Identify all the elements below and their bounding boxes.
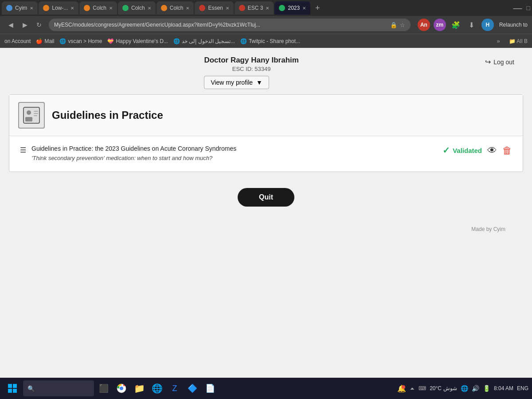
- nav-bar: ◀ ▶ ↻ MyESC/modules/congress/Agreement/G…: [0, 16, 532, 34]
- tab-icon-essen: [199, 5, 205, 11]
- bookmark-label-vscan: vscan > Home: [68, 38, 102, 44]
- tab-colch2[interactable]: Colch ✕: [118, 1, 156, 15]
- user-info: Doctor Ragy Hany Ibrahim ESC ID: 53349 V…: [204, 56, 299, 89]
- svg-point-1: [27, 110, 31, 115]
- tab-label-colch2: Colch: [131, 5, 145, 11]
- bookmark-arabic[interactable]: 🌐 تسجيل الدخول إلى خد...: [173, 38, 235, 44]
- quit-button[interactable]: Quit: [238, 188, 294, 207]
- card-title: Guidelines in Practice: [52, 109, 163, 121]
- taskbar-edge[interactable]: 🌐: [149, 380, 165, 396]
- tab-add-button[interactable]: +: [311, 2, 324, 14]
- delete-entry-button[interactable]: 🗑: [502, 145, 512, 156]
- bookmark-label-account: on Account: [4, 38, 31, 44]
- bookmark-mail[interactable]: 🍎 Mail: [36, 38, 54, 44]
- taskbar-app1[interactable]: 🔷: [184, 380, 200, 396]
- minimize-button[interactable]: —: [513, 3, 522, 13]
- taskbar-chrome[interactable]: [113, 380, 129, 396]
- star-icon[interactable]: ☆: [400, 22, 405, 28]
- tab-close-esc3[interactable]: ✕: [266, 6, 269, 11]
- taskbar-keyboard[interactable]: ⌨: [419, 385, 426, 391]
- mail-icon: 🍎: [36, 38, 43, 44]
- page-content: Doctor Ragy Hany Ibrahim ESC ID: 53349 V…: [0, 48, 532, 378]
- tab-icon-colch1: [84, 5, 90, 11]
- bookmark-label-arabic: تسجيل الدخول إلى خد...: [182, 38, 235, 44]
- bookmark-account[interactable]: on Account: [4, 38, 31, 44]
- clock-time: 8:04 AM: [494, 385, 513, 391]
- language-indicator: ENG: [517, 385, 528, 391]
- tab-close-low[interactable]: ✕: [70, 6, 74, 11]
- bookmark-label-valentine: Happy Valentine's D...: [116, 38, 168, 44]
- taskbar-acrobat[interactable]: 📄: [202, 380, 218, 396]
- tab-icon-low: [43, 5, 49, 11]
- tab-icon-2023: [279, 5, 285, 11]
- back-button[interactable]: ◀: [4, 19, 17, 31]
- taskbar-arrows[interactable]: ⏶: [410, 385, 415, 391]
- tab-close-essen[interactable]: ✕: [226, 6, 229, 11]
- bookmark-valentine[interactable]: 💝 Happy Valentine's D...: [107, 38, 168, 44]
- svg-rect-3: [34, 111, 38, 112]
- volume-icon[interactable]: 🔊: [472, 385, 479, 392]
- tab-label-low: Low-...: [52, 5, 68, 11]
- tab-colch3[interactable]: Colch ✕: [156, 1, 194, 15]
- tab-close-2023[interactable]: ✕: [302, 6, 306, 11]
- dropdown-chevron-icon: ▼: [256, 79, 262, 86]
- app1-icon: 🔷: [188, 383, 197, 393]
- tab-icon-colch2: [122, 5, 129, 11]
- taskbar-search[interactable]: 🔍: [23, 380, 94, 396]
- network-icon[interactable]: 🌐: [461, 385, 468, 392]
- reload-button[interactable]: ↻: [33, 19, 45, 31]
- taskbar-zoom[interactable]: Z: [167, 380, 183, 396]
- bookmark-twitpic[interactable]: 🌐 Twitpic - Share phot...: [240, 38, 300, 44]
- maximize-button[interactable]: □: [527, 4, 530, 12]
- tab-label-colch3: Colch: [170, 5, 184, 11]
- bookmarks-folder[interactable]: 📁 All B: [509, 38, 528, 44]
- extensions-button[interactable]: 🧩: [450, 19, 462, 31]
- svg-rect-7: [13, 384, 17, 388]
- tab-close-cyim[interactable]: ✕: [30, 6, 33, 11]
- taskbar-file-explorer[interactable]: 📁: [131, 380, 147, 396]
- bookmarks-more[interactable]: »: [497, 38, 500, 44]
- clock-display[interactable]: 8:04 AM: [494, 385, 513, 391]
- profile-area: An zm 🧩 ⬇ H Relaunch to: [418, 19, 528, 31]
- nav-controls: ◀ ▶ ↻: [4, 19, 45, 31]
- start-button[interactable]: [4, 379, 21, 397]
- tab-icon-colch3: [161, 5, 167, 11]
- tab-close-colch2[interactable]: ✕: [148, 6, 151, 11]
- svg-rect-2: [25, 117, 32, 121]
- page-header: Doctor Ragy Hany Ibrahim ESC ID: 53349 V…: [0, 48, 532, 94]
- notification-dot: [402, 385, 405, 389]
- tab-essen[interactable]: Essen ✕: [195, 1, 233, 15]
- svg-rect-4: [34, 113, 38, 114]
- tab-label-essen: Essen: [208, 5, 223, 11]
- tab-close-colch1[interactable]: ✕: [109, 6, 113, 11]
- tab-label-cyim: Cyim: [15, 5, 27, 11]
- entry-row: ☰ Guidelines in Practice: the 2023 Guide…: [20, 145, 512, 163]
- tab-cyim[interactable]: Cyim ✕: [2, 1, 38, 15]
- check-icon: ✓: [442, 145, 450, 156]
- taskbar-task-view[interactable]: ⬛: [96, 380, 112, 396]
- address-bar[interactable]: MyESC/modules/congress/Agreement/Generic…: [49, 19, 411, 31]
- view-entry-button[interactable]: 👁: [487, 145, 497, 156]
- bookmark-vscan[interactable]: 🌐 vscan > Home: [59, 38, 102, 44]
- tab-2023[interactable]: 2023 ✕: [274, 1, 310, 15]
- avatar-h: H: [481, 19, 494, 31]
- entry-actions: 👁 🗑: [487, 145, 512, 156]
- tab-close-colch3[interactable]: ✕: [186, 6, 189, 11]
- battery-icon: 🔋: [483, 385, 490, 392]
- svg-rect-9: [13, 389, 17, 393]
- tab-esc3[interactable]: ESC 3 ✕: [235, 1, 274, 15]
- wind-text: شوش: [443, 385, 457, 391]
- tab-low[interactable]: Low-... ✕: [39, 1, 78, 15]
- view-profile-button[interactable]: View my profile ▼: [204, 76, 269, 89]
- svg-point-11: [120, 387, 123, 390]
- zoom-icon: Z: [172, 384, 177, 393]
- card-header: Guidelines in Practice: [9, 95, 523, 136]
- downloads-button[interactable]: ⬇: [466, 19, 478, 31]
- tab-colch1[interactable]: Colch ✕: [79, 1, 117, 15]
- forward-button[interactable]: ▶: [19, 19, 31, 31]
- notification-bell[interactable]: 🔔: [397, 384, 406, 393]
- valentine-icon: 💝: [107, 38, 114, 44]
- logout-button[interactable]: ↪ Log out: [485, 58, 514, 66]
- taskbar: 🔍 ⬛ 📁 🌐 Z 🔷 📄 🔔 ⏶ ⌨ 20°C: [0, 378, 532, 399]
- tab-label-colch1: Colch: [93, 5, 106, 11]
